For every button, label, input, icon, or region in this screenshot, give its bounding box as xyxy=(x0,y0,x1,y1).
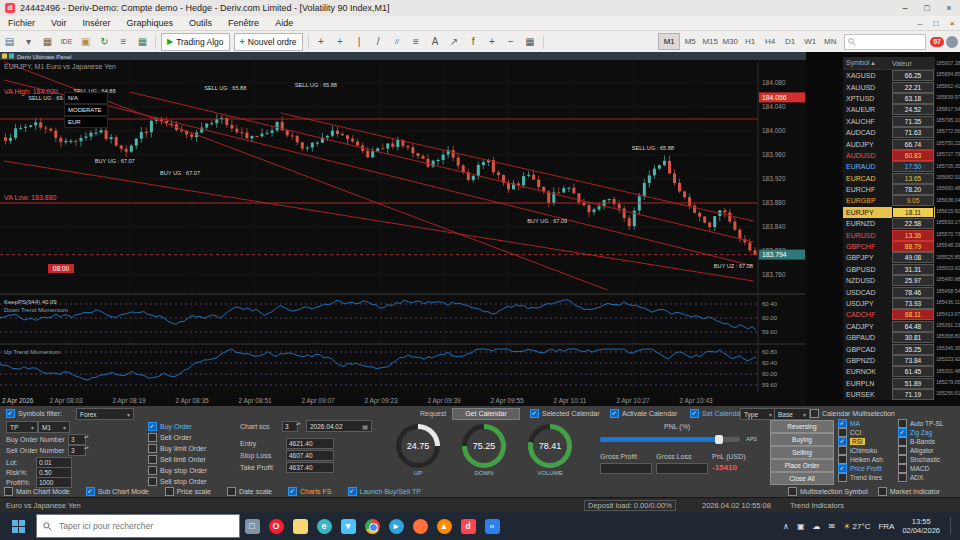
symbol-row-gbpusd[interactable]: GBPUSD31.31 xyxy=(843,264,935,275)
symbol-row-gbpjpy[interactable]: GBPJPY49.08 xyxy=(843,252,935,263)
type-select[interactable]: Type▾ xyxy=(740,408,776,420)
symbol-row-eurcad[interactable]: EURCAD13.65 xyxy=(843,173,935,184)
checkbox-box[interactable] xyxy=(838,419,847,428)
symbol-row-gbpaud[interactable]: GBPAUD30.81 xyxy=(843,332,935,343)
checkbox-box[interactable] xyxy=(4,487,13,496)
timeframe-m15[interactable]: M15 xyxy=(700,34,720,49)
symbol-row-xauchf[interactable]: XAUCHF71.35 xyxy=(843,116,935,127)
checkbox-sell-limit-order[interactable]: Sell limit Order xyxy=(148,455,207,464)
checkbox-sell-order[interactable]: Sell Order xyxy=(148,433,207,442)
vlc-icon[interactable]: ▲ xyxy=(432,514,456,538)
new-order-button[interactable]: +Nouvel ordre xyxy=(234,33,303,51)
timeframe-mn[interactable]: MN xyxy=(820,34,840,49)
fibo-icon[interactable]: ≡ xyxy=(408,34,425,50)
price-chart[interactable]: Deriv Ultimate Panel184.080184.040184.00… xyxy=(0,52,806,406)
tray-app-icon[interactable]: ▣ xyxy=(797,522,805,531)
gross-loss-input[interactable] xyxy=(656,463,708,474)
grid-icon[interactable]: ▦ xyxy=(134,34,151,50)
close-all-button[interactable]: Close All xyxy=(770,472,834,485)
checkbox-box[interactable] xyxy=(898,437,907,446)
symbol-row-usdjpy[interactable]: USDJPY73.93 xyxy=(843,298,935,309)
maximize-button[interactable]: □ xyxy=(916,3,938,13)
onedrive-cloud-icon[interactable]: ☁ xyxy=(812,522,820,531)
checkbox-date-scale[interactable]: Date scale xyxy=(227,487,272,496)
firefox-icon[interactable] xyxy=(408,514,432,538)
entry-input[interactable]: 4621.40 xyxy=(286,438,334,449)
menu-outils[interactable]: Outils xyxy=(181,18,220,28)
checkbox-rsi[interactable]: RSI xyxy=(838,437,898,446)
notification-center-edge[interactable] xyxy=(950,517,954,535)
checkbox-box[interactable] xyxy=(898,473,907,482)
toolbar-search[interactable] xyxy=(844,34,926,50)
checkbox-price-profit[interactable]: Price Profit xyxy=(838,464,898,473)
symbol-row-xptusd[interactable]: XPTUSD63.18 xyxy=(843,93,935,104)
checkbox-box[interactable] xyxy=(148,455,157,464)
checkbox-buy-limit-order[interactable]: Buy limit Order xyxy=(148,444,207,453)
checkbox-market-indicator[interactable]: Market Indicator xyxy=(878,487,940,496)
timeframe-d1[interactable]: D1 xyxy=(780,34,800,49)
place-order-button[interactable]: Place Order xyxy=(770,459,834,472)
selected-calendar-checkbox[interactable]: Selected Calendar xyxy=(530,409,600,418)
ide-icon[interactable]: IDE xyxy=(58,34,75,50)
checkbox-alligator[interactable]: Alligator xyxy=(898,446,958,455)
checkbox-launch-buy-sell-tp[interactable]: Launch Buy/Sell TP xyxy=(348,487,421,496)
menu-aide[interactable]: Aide xyxy=(267,18,301,28)
indicators-icon[interactable]: f xyxy=(465,34,482,50)
task-view-icon[interactable]: □ xyxy=(240,514,264,538)
calendar-multiselection-checkbox[interactable]: Calendar Multiselection xyxy=(810,409,895,418)
channel-icon[interactable]: // xyxy=(389,34,406,50)
checkbox-box[interactable] xyxy=(148,466,157,475)
checkbox-stochastic[interactable]: Stochastic xyxy=(898,455,958,464)
cursor-icon[interactable]: + xyxy=(313,34,330,50)
checkbox-box[interactable] xyxy=(788,487,797,496)
close-button[interactable]: × xyxy=(938,3,960,13)
layers-icon[interactable]: ≡ xyxy=(115,34,132,50)
menu-fichier[interactable]: Fichier xyxy=(0,18,43,28)
symbol-row-eurnok[interactable]: EURNOK61.45 xyxy=(843,366,935,377)
symbol-row-audcad[interactable]: AUDCAD71.63 xyxy=(843,127,935,138)
checkbox-box[interactable] xyxy=(898,428,907,437)
menu-insrer[interactable]: Insérer xyxy=(75,18,119,28)
symbol-row-audjpy[interactable]: AUDJPY66.74 xyxy=(843,138,935,149)
slider-thumb[interactable] xyxy=(715,435,723,444)
timeframe-m1[interactable]: M1 xyxy=(658,33,680,50)
symbol-row-eurusd[interactable]: EURUSD13.36 xyxy=(843,229,935,240)
symbols-filter-select[interactable]: Forex▾ xyxy=(76,408,134,420)
taskbar-clock[interactable]: 13:55 02/04/2026 xyxy=(902,517,940,536)
checkbox-auto-tp-sl[interactable]: Auto TP-SL xyxy=(898,419,958,428)
symbol-row-eurchf[interactable]: EURCHF78.20 xyxy=(843,184,935,195)
get-calendar-button[interactable]: Get Calendar xyxy=(452,408,520,420)
checkbox-trend-lines[interactable]: Trend lines xyxy=(838,473,898,482)
checkbox-price-scale[interactable]: Price scale xyxy=(165,487,211,496)
pnl-slider[interactable] xyxy=(600,437,740,442)
checkbox-b-bands[interactable]: B-Bands xyxy=(898,437,958,446)
tp-select[interactable]: TP▾ xyxy=(6,421,38,433)
symbol-row-eurnzd[interactable]: EURNZD22.58 xyxy=(843,218,935,229)
symbols-filter-checkbox[interactable]: Symbols filter: xyxy=(6,409,62,418)
selling-button[interactable]: Selling xyxy=(770,446,834,459)
tile-windows-icon[interactable]: ▦ xyxy=(522,34,539,50)
checkbox-box[interactable] xyxy=(165,487,174,496)
checkbox-box[interactable] xyxy=(838,437,847,446)
checkbox-box[interactable] xyxy=(288,487,297,496)
checkbox-box[interactable] xyxy=(6,409,15,418)
mail-icon[interactable]: ✉ xyxy=(828,522,835,531)
checkbox-ichimoku[interactable]: iChimoku xyxy=(838,446,898,455)
checkbox-box[interactable] xyxy=(227,487,236,496)
checkbox-box[interactable] xyxy=(898,455,907,464)
gross-profit-input[interactable] xyxy=(600,463,652,474)
checkbox-box[interactable] xyxy=(898,464,907,473)
timeframe-m5[interactable]: M5 xyxy=(680,34,700,49)
timeframe-select[interactable]: M1▾ xyxy=(38,421,70,433)
checkbox-buy-stop-order[interactable]: Buy stop Order xyxy=(148,466,207,475)
zoom-out-icon[interactable]: − xyxy=(503,34,520,50)
start-button[interactable] xyxy=(0,512,36,540)
edge-icon[interactable]: e xyxy=(312,514,336,538)
checkbox-box[interactable] xyxy=(838,473,847,482)
trading-algo-button[interactable]: ▶Trading Algo xyxy=(161,33,230,51)
symbol-row-gbpcad[interactable]: GBPCAD35.25 xyxy=(843,343,935,354)
checkbox-box[interactable] xyxy=(148,433,157,442)
minimize-button[interactable]: – xyxy=(894,3,916,13)
reversing-button[interactable]: Reversing xyxy=(770,420,834,433)
checkbox-macd[interactable]: MACD xyxy=(898,464,958,473)
